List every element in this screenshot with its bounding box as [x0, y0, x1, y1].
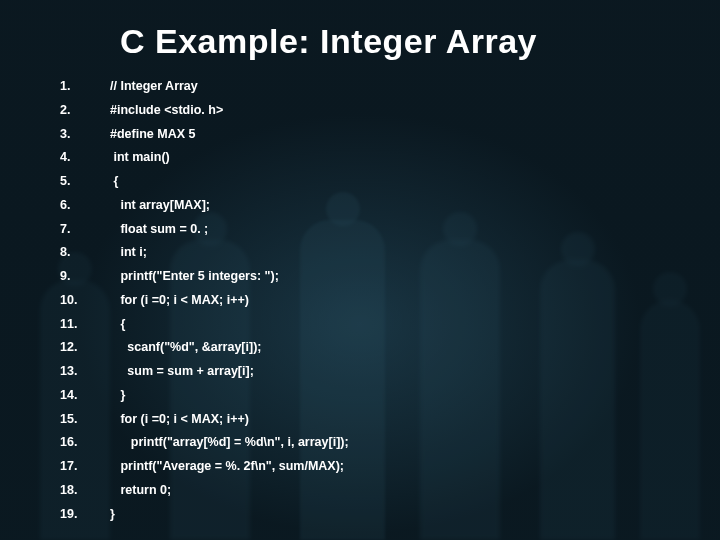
code-line: {: [60, 170, 680, 194]
code-line: for (i =0; i < MAX; i++): [60, 289, 680, 313]
code-line: float sum = 0. ;: [60, 218, 680, 242]
code-line: printf("Average = %. 2f\n", sum/MAX);: [60, 455, 680, 479]
slide: C Example: Integer Array // Integer Arra…: [0, 0, 720, 540]
code-line: for (i =0; i < MAX; i++): [60, 408, 680, 432]
code-line: int array[MAX];: [60, 194, 680, 218]
code-line: #include <stdio. h>: [60, 99, 680, 123]
slide-title: C Example: Integer Array: [120, 22, 680, 61]
code-line: // Integer Array: [60, 75, 680, 99]
code-line: printf("Enter 5 integers: ");: [60, 265, 680, 289]
code-line: return 0;: [60, 479, 680, 503]
code-line: }: [60, 503, 680, 527]
code-listing: // Integer Array #include <stdio. h> #de…: [60, 75, 680, 526]
code-line: }: [60, 384, 680, 408]
code-line: sum = sum + array[i];: [60, 360, 680, 384]
code-line: scanf("%d", &array[i]);: [60, 336, 680, 360]
code-line: int main(): [60, 146, 680, 170]
code-line: {: [60, 313, 680, 337]
code-line: #define MAX 5: [60, 123, 680, 147]
code-line: printf("array[%d] = %d\n", i, array[i]);: [60, 431, 680, 455]
code-line: int i;: [60, 241, 680, 265]
